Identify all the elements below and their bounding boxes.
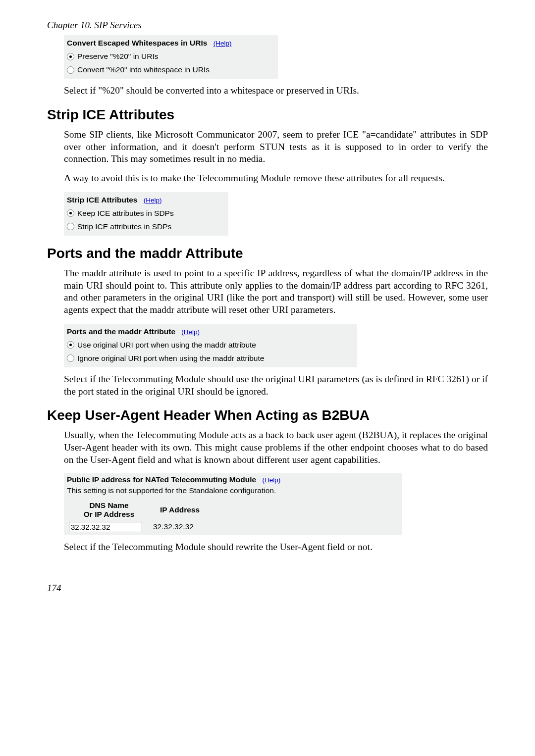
strip-ice-heading: Strip ICE Attributes — [47, 107, 488, 123]
radio-icon — [67, 223, 74, 230]
maddr-heading: Ports and the maddr Attribute — [47, 246, 488, 261]
radio-use-original-port[interactable]: Use original URI port when using the mad… — [67, 339, 354, 351]
radio-label: Keep ICE attributes in SDPs — [77, 207, 174, 219]
page-number: 174 — [47, 583, 488, 594]
help-link[interactable]: (Help) — [181, 328, 200, 336]
radio-keep-ice[interactable]: Keep ICE attributes in SDPs — [67, 207, 225, 219]
strip-ice-form-title: Strip ICE Attributes — [67, 196, 137, 204]
maddr-para1: The maddr attribute is used to point to … — [64, 267, 488, 316]
help-link[interactable]: (Help) — [262, 476, 280, 484]
help-link[interactable]: (Help) — [214, 40, 232, 47]
radio-preserve-20[interactable]: Preserve "%20" in URIs — [67, 50, 275, 62]
nat-col-ip: IP Address — [151, 499, 209, 521]
dns-name-input[interactable] — [69, 522, 142, 532]
maddr-form: Ports and the maddr Attribute (Help) Use… — [64, 323, 357, 367]
b2bua-desc: Select if the Telecommuting Module shoul… — [64, 541, 488, 554]
b2bua-para1: Usually, when the Telecommuting Module a… — [64, 429, 488, 466]
radio-ignore-original-port[interactable]: Ignore original URI port when using the … — [67, 353, 354, 364]
convert-escaped-title: Convert Escaped Whitespaces in URIs — [67, 39, 207, 47]
radio-icon — [67, 53, 74, 60]
nat-col-dns: DNS Name Or IP Address — [67, 499, 151, 521]
radio-label: Use original URI port when using the mad… — [77, 339, 256, 351]
nat-note: This setting is not supported for the St… — [67, 486, 399, 495]
convert-escaped-form: Convert Escaped Whitespaces in URIs (Hel… — [64, 35, 278, 79]
maddr-form-title: Ports and the maddr Attribute — [67, 327, 175, 336]
radio-icon — [67, 354, 74, 362]
radio-icon — [67, 341, 74, 349]
radio-icon — [67, 66, 74, 74]
radio-label: Strip ICE attributes in SDPs — [77, 221, 171, 233]
radio-label: Convert "%20" into whitespace in URIs — [77, 64, 210, 76]
chapter-header: Chapter 10. SIP Services — [47, 20, 488, 31]
radio-label: Preserve "%20" in URIs — [77, 50, 158, 62]
strip-ice-para2: A way to avoid this is to make the Telec… — [64, 172, 488, 185]
strip-ice-form: Strip ICE Attributes (Help) Keep ICE att… — [64, 192, 228, 236]
nat-block: Public IP address for NATed Telecommutin… — [64, 473, 402, 535]
radio-strip-ice[interactable]: Strip ICE attributes in SDPs — [67, 221, 225, 233]
radio-label: Ignore original URI port when using the … — [77, 353, 264, 364]
b2bua-heading: Keep User-Agent Header When Acting as B2… — [47, 407, 488, 423]
radio-convert-20[interactable]: Convert "%20" into whitespace in URIs — [67, 64, 275, 76]
radio-icon — [67, 209, 74, 217]
nat-table: DNS Name Or IP Address IP Address 32.32.… — [67, 499, 209, 535]
help-link[interactable]: (Help) — [144, 197, 162, 204]
resolved-ip: 32.32.32.32 — [151, 521, 209, 535]
convert-escaped-desc: Select if "%20" should be converted into… — [64, 85, 488, 97]
maddr-desc: Select if the Telecommuting Module shoul… — [64, 373, 488, 398]
table-row: 32.32.32.32 — [67, 521, 209, 535]
strip-ice-para1: Some SIP clients, like Microsoft Communi… — [64, 129, 488, 165]
nat-title: Public IP address for NATed Telecommutin… — [67, 475, 256, 484]
